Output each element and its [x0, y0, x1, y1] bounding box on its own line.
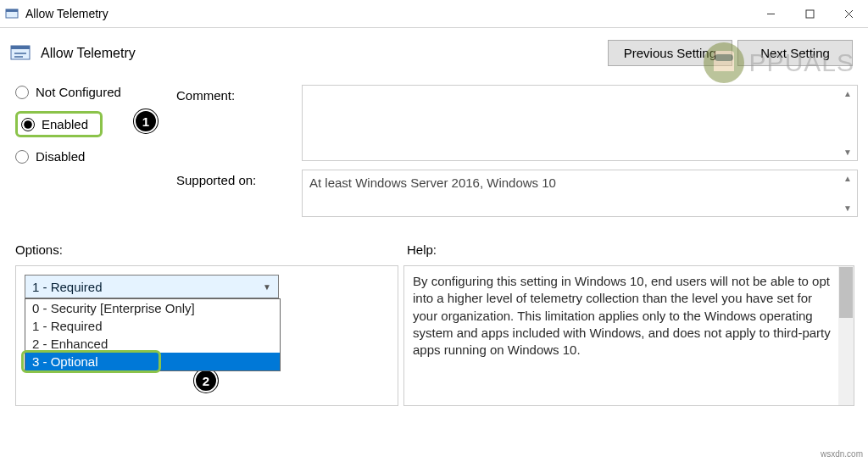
window-titlebar: Allow Telemetry: [0, 0, 868, 28]
window-title: Allow Telemetry: [25, 7, 751, 20]
supported-on-text: At least Windows Server 2016, Windows 10…: [302, 170, 858, 217]
dd-option-security[interactable]: 0 - Security [Enterprise Only]: [25, 299, 280, 317]
help-scrollbar[interactable]: [838, 266, 854, 405]
scroll-up-icon[interactable]: ▲: [840, 174, 855, 183]
svg-rect-8: [14, 53, 26, 54]
callout-two: 2: [194, 369, 218, 392]
svg-rect-9: [14, 56, 23, 58]
help-panel: By configuring this setting in Windows 1…: [403, 265, 854, 406]
comment-label: Comment:: [176, 85, 302, 103]
policy-header-icon: [10, 43, 34, 64]
radio-enabled[interactable]: Enabled: [21, 117, 88, 131]
options-panel: 1 - Required ▼ 0 - Security [Enterprise …: [15, 265, 398, 406]
next-setting-button[interactable]: Next Setting: [737, 40, 853, 66]
dd-option-optional[interactable]: 3 - Optional: [25, 353, 280, 370]
scrollbar-thumb[interactable]: [839, 267, 853, 318]
callout-one: 1: [134, 109, 158, 133]
svg-rect-7: [11, 46, 30, 49]
page-title: Allow Telemetry: [41, 46, 608, 61]
help-label: Help:: [407, 242, 437, 257]
window-controls: [751, 0, 868, 27]
chevron-down-icon: ▼: [263, 282, 271, 292]
comment-textarea[interactable]: ▲ ▼: [302, 85, 858, 161]
dd-option-required[interactable]: 1 - Required: [25, 317, 280, 335]
scroll-up-icon[interactable]: ▲: [840, 89, 855, 98]
previous-setting-button[interactable]: Previous Setting: [608, 40, 732, 66]
radio-not-configured[interactable]: Not Configured: [15, 85, 176, 99]
maximize-button[interactable]: [790, 0, 829, 27]
scroll-down-icon[interactable]: ▼: [840, 148, 855, 157]
svg-rect-3: [806, 10, 814, 18]
close-button[interactable]: [829, 0, 868, 27]
policy-icon: [5, 7, 19, 20]
dropdown-list: 0 - Security [Enterprise Only] 1 - Requi…: [25, 298, 281, 371]
svg-rect-1: [6, 9, 18, 12]
telemetry-level-dropdown[interactable]: 1 - Required ▼ 0 - Security [Enterprise …: [25, 275, 279, 298]
radio-disabled[interactable]: Disabled: [15, 149, 176, 164]
supported-label: Supported on:: [176, 170, 302, 187]
minimize-button[interactable]: [751, 0, 790, 27]
domain-watermark: wsxdn.com: [821, 449, 863, 459]
dd-option-enhanced[interactable]: 2 - Enhanced: [25, 335, 280, 353]
scroll-down-icon[interactable]: ▼: [840, 203, 855, 213]
options-label: Options:: [15, 242, 407, 257]
